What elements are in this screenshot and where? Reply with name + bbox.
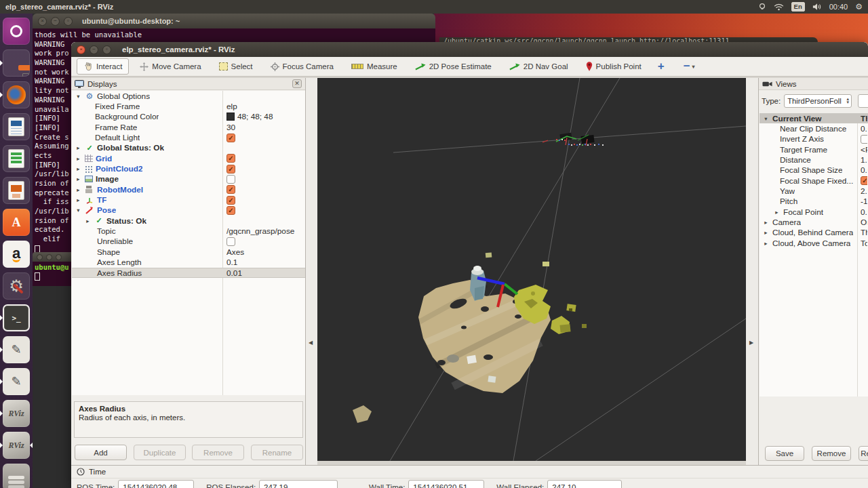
views-row-cloud-behind[interactable]: ▸Cloud, Behind Camera Th [760, 228, 868, 238]
ros-time-input[interactable]: 1541436020.48 [118, 480, 194, 488]
volume-icon[interactable] [812, 3, 822, 11]
displays-row-axes-length[interactable]: Axes Length 0.1 [72, 258, 305, 268]
minimize-icon[interactable]: − [51, 17, 60, 26]
focal-point-value[interactable]: 0.9 [861, 207, 867, 217]
fixed-frame-value[interactable]: elp [226, 102, 304, 111]
yaw-value[interactable]: 2.9 [861, 186, 867, 196]
launcher-item-text-editor-2[interactable]: ✎ [3, 368, 30, 395]
zero-button[interactable] [858, 94, 868, 108]
views-row-focal-shape-size[interactable]: Focal Shape Size 0.0 [760, 165, 868, 176]
views-panel-header[interactable]: Views [759, 78, 868, 90]
ros-elapsed-input[interactable]: 247.19 [259, 480, 338, 488]
rename-button[interactable]: Rename [251, 445, 303, 460]
session-gear-icon[interactable]: ⚙ [855, 2, 863, 12]
publish-point-tool-button[interactable]: Publish Point [579, 58, 648, 75]
target-frame-value[interactable]: <Fi [861, 145, 867, 155]
displays-row-robotmodel[interactable]: ▸RobotModel ✓ [72, 184, 305, 195]
launcher-item-calc[interactable] [3, 145, 30, 172]
collapse-icon[interactable]: ▾ [75, 207, 82, 214]
launcher-item-impress[interactable] [3, 177, 30, 204]
expand-icon[interactable]: ▸ [762, 240, 770, 247]
add-tool-button[interactable]: + [652, 60, 670, 73]
displays-row-tf[interactable]: ▸TF ✓ [72, 195, 305, 205]
checkbox[interactable]: ✓ [226, 134, 235, 142]
topic-value[interactable]: /gqcnn_grasp/pose [226, 226, 304, 236]
background-color-value[interactable]: 48; 48; 48 [226, 112, 304, 121]
expand-icon[interactable]: ▸ [75, 165, 82, 172]
expand-icon[interactable]: ▸ [84, 218, 92, 224]
displays-row-pose-status[interactable]: ▸✓Status: Ok [72, 216, 305, 226]
launcher-item-amazon[interactable]: a [3, 241, 30, 268]
displays-row-pose[interactable]: ▾Pose ✓ [72, 205, 305, 216]
clock[interactable]: 00:40 [829, 3, 848, 11]
views-row-current-view[interactable]: ▾Current View Th [760, 113, 868, 123]
displays-row-shape[interactable]: Shape Axes [72, 247, 305, 257]
views-row-camera[interactable]: ▸Camera Or [760, 217, 868, 227]
wall-time-input[interactable]: 1541436020.51 [408, 480, 484, 488]
pose-estimate-tool-button[interactable]: 2D Pose Estimate [408, 59, 498, 74]
displays-row-fixed-frame[interactable]: Fixed Frame elp [72, 101, 305, 111]
checkbox[interactable]: ✓ [226, 154, 235, 163]
views-row-pitch[interactable]: Pitch -1. [760, 197, 868, 207]
displays-row-unreliable[interactable]: Unreliable ✓ [72, 237, 305, 247]
checkbox[interactable]: ✓ [226, 206, 235, 215]
left-splitter[interactable]: ◀ [306, 78, 317, 465]
terminal-window-titlebar[interactable]: × − ▫ ubuntu@ubuntu-desktop: ~ [33, 14, 435, 28]
expand-icon[interactable]: ▸ [762, 229, 770, 236]
displays-panel-header[interactable]: Displays ✕ [71, 78, 305, 90]
expand-icon[interactable]: ▸ [75, 144, 82, 151]
displays-row-axes-radius[interactable]: Axes Radius 0.01 [72, 268, 305, 278]
spinner-arrows-icon[interactable]: ▲▼ [846, 98, 850, 104]
expand-icon[interactable]: ▸ [75, 155, 82, 162]
expand-icon[interactable]: ▸ [773, 209, 781, 216]
launcher-item-rviz-2[interactable]: RViz [3, 432, 30, 459]
view-type-dropdown[interactable]: ThirdPersonFoll ▲▼ [784, 94, 852, 108]
displays-row-grid[interactable]: ▸Grid ✓ [72, 153, 305, 163]
launcher-item-writer[interactable] [3, 113, 30, 140]
maximize-icon[interactable]: ▫ [64, 17, 73, 26]
launcher-item-rviz[interactable]: RViz [3, 400, 30, 427]
collapse-left-icon[interactable]: ◀ [309, 340, 313, 346]
displays-row-default-light[interactable]: Default Light ✓ [72, 132, 305, 142]
displays-row-pointcloud2[interactable]: ▸PointCloud2 ✓ [72, 163, 305, 174]
minimize-icon[interactable]: − [90, 45, 98, 54]
close-icon[interactable]: ✕ [292, 79, 302, 88]
views-row-focal-shape-fixed[interactable]: Focal Shape Fixed... ✓ [760, 176, 868, 186]
distance-value[interactable]: 1.9 [861, 155, 867, 165]
collapse-right-icon[interactable]: ▶ [749, 340, 753, 346]
shape-value[interactable]: Axes [226, 247, 304, 257]
collapse-icon[interactable]: ▾ [762, 115, 770, 122]
pitch-value[interactable]: -1. [861, 197, 867, 206]
viewport-3d[interactable] [317, 78, 746, 461]
close-icon[interactable]: × [77, 45, 85, 54]
rename-view-button[interactable]: Rename [859, 446, 868, 461]
close-icon[interactable]: × [38, 17, 47, 26]
axes-length-value[interactable]: 0.1 [226, 258, 304, 267]
keyboard-layout-indicator[interactable]: En [791, 2, 805, 12]
rviz-titlebar[interactable]: × − ▫ elp_stereo_camera.rviz* - RViz [71, 42, 868, 57]
right-splitter[interactable]: ▶ [746, 78, 758, 465]
launcher-item-firefox[interactable] [3, 81, 30, 108]
move-camera-tool-button[interactable]: Move Camera [133, 59, 208, 75]
launcher-item-terminal[interactable]: >_ [3, 304, 30, 331]
views-row-distance[interactable]: Distance 1.9 [760, 155, 868, 165]
checkbox[interactable]: ✓ [861, 176, 867, 185]
views-row-yaw[interactable]: Yaw 2.9 [760, 186, 868, 196]
views-row-focal-point[interactable]: ▸Focal Point 0.9 [760, 207, 868, 217]
views-row-near-clip[interactable]: Near Clip Distance 0.0 [760, 123, 868, 134]
checkbox[interactable]: ✓ [226, 175, 235, 184]
time-panel-header[interactable]: Time [71, 466, 868, 479]
checkbox[interactable]: ✓ [226, 237, 235, 246]
views-row-target-frame[interactable]: Target Frame <Fi [760, 144, 868, 155]
remove-view-button[interactable]: Remove [812, 446, 851, 461]
launcher-item-text-editor[interactable]: ✎ [3, 336, 30, 363]
collapse-icon[interactable]: ▾ [75, 93, 82, 100]
expand-icon[interactable]: ▸ [75, 176, 82, 182]
displays-row-image[interactable]: ▸Image ✓ [72, 174, 305, 184]
displays-row-topic[interactable]: Topic /gqcnn_grasp/pose [72, 226, 305, 236]
expand-icon[interactable]: ▸ [75, 197, 82, 203]
launcher-item-settings[interactable]: ⚙ [3, 272, 30, 300]
save-view-button[interactable]: Save [765, 446, 804, 461]
launcher-item-dash[interactable] [3, 18, 30, 45]
remove-button[interactable]: Remove [192, 445, 244, 460]
